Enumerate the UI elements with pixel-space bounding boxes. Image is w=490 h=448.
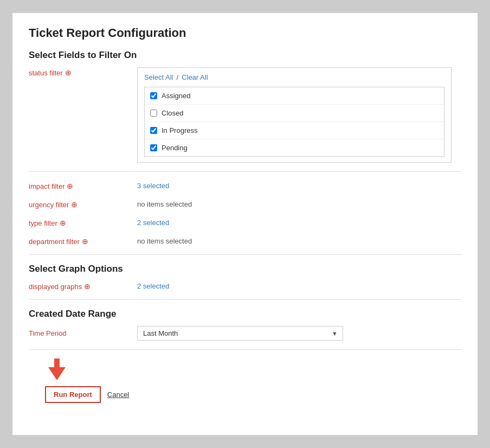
actions-section: Run Report Cancel (29, 359, 461, 403)
status-filter-label: status filter ⊕ (29, 67, 137, 77)
department-filter-label: department filter ⊕ (29, 236, 137, 246)
select-fields-heading: Select Fields to Filter On (29, 50, 461, 61)
type-filter-value: 2 selected (137, 217, 169, 227)
arrow-head-icon (48, 367, 66, 380)
list-item: In Progress (145, 122, 444, 139)
department-filter-row: department filter ⊕ no items selected (29, 236, 461, 246)
closed-checkbox[interactable] (150, 110, 157, 117)
arrow-shaft (54, 359, 60, 367)
assigned-checkbox[interactable] (150, 92, 157, 99)
displayed-graphs-row: displayed graphs ⊕ 2 selected (29, 281, 461, 291)
urgency-filter-row: urgency filter ⊕ no items selected (29, 199, 461, 209)
action-row: Run Report Cancel (29, 386, 461, 403)
impact-filter-label: impact filter ⊕ (29, 181, 137, 190)
urgency-filter-plus-icon[interactable]: ⊕ (71, 200, 78, 209)
inprogress-label: In Progress (162, 126, 197, 135)
divider-3 (29, 299, 461, 300)
type-filter-label: type filter ⊕ (29, 217, 137, 227)
impact-filter-value: 3 selected (137, 181, 169, 190)
closed-label: Closed (162, 109, 183, 117)
filter-separator: / (176, 73, 178, 81)
department-filter-plus-icon[interactable]: ⊕ (82, 237, 88, 246)
displayed-graphs-label: displayed graphs ⊕ (29, 281, 137, 291)
run-report-button[interactable]: Run Report (45, 386, 101, 403)
type-filter-row: type filter ⊕ 2 selected (29, 217, 461, 227)
status-filter-row: status filter ⊕ Select All / Clear All A… (29, 67, 461, 163)
impact-filter-plus-icon[interactable]: ⊕ (67, 182, 73, 190)
cancel-button[interactable]: Cancel (107, 391, 129, 399)
urgency-filter-label: urgency filter ⊕ (29, 199, 137, 209)
department-filter-value: no items selected (137, 236, 192, 245)
assigned-label: Assigned (162, 92, 190, 100)
clear-all-link[interactable]: Clear All (182, 73, 208, 81)
status-filter-plus-icon[interactable]: ⊕ (65, 68, 72, 77)
time-period-row: Time Period Last Month This Month Last 7… (29, 326, 461, 341)
page-container: Ticket Report Configuration Select Field… (12, 12, 478, 436)
list-item: Assigned (145, 87, 444, 105)
status-filter-box: Select All / Clear All Assigned Closed I… (137, 67, 452, 163)
graph-options-heading: Select Graph Options (29, 264, 461, 274)
urgency-filter-value: no items selected (137, 199, 192, 208)
list-item: Pending (145, 139, 444, 156)
inprogress-checkbox[interactable] (150, 127, 157, 134)
filter-links: Select All / Clear All (144, 73, 444, 81)
displayed-graphs-value: 2 selected (137, 281, 169, 290)
pending-checkbox[interactable] (150, 144, 157, 151)
list-item: Closed (145, 105, 444, 122)
divider-1 (29, 171, 461, 172)
arrow-down-container (48, 359, 66, 380)
time-period-label: Time Period (29, 329, 137, 337)
checkbox-list: Assigned Closed In Progress Pending (144, 87, 444, 157)
displayed-graphs-plus-icon[interactable]: ⊕ (84, 282, 91, 291)
impact-filter-row: impact filter ⊕ 3 selected (29, 181, 461, 190)
time-period-select-wrapper: Last Month This Month Last 7 Days Last 3… (137, 326, 343, 341)
pending-label: Pending (162, 144, 188, 152)
type-filter-plus-icon[interactable]: ⊕ (60, 219, 66, 227)
date-range-section: Created Date Range Time Period Last Mont… (29, 309, 461, 341)
time-period-select[interactable]: Last Month This Month Last 7 Days Last 3… (137, 326, 343, 341)
page-title: Ticket Report Configuration (29, 26, 461, 40)
bottom-divider (29, 349, 461, 350)
graph-options-section: Select Graph Options displayed graphs ⊕ … (29, 264, 461, 291)
date-range-heading: Created Date Range (29, 309, 461, 319)
select-all-link[interactable]: Select All (144, 73, 173, 81)
divider-2 (29, 254, 461, 255)
